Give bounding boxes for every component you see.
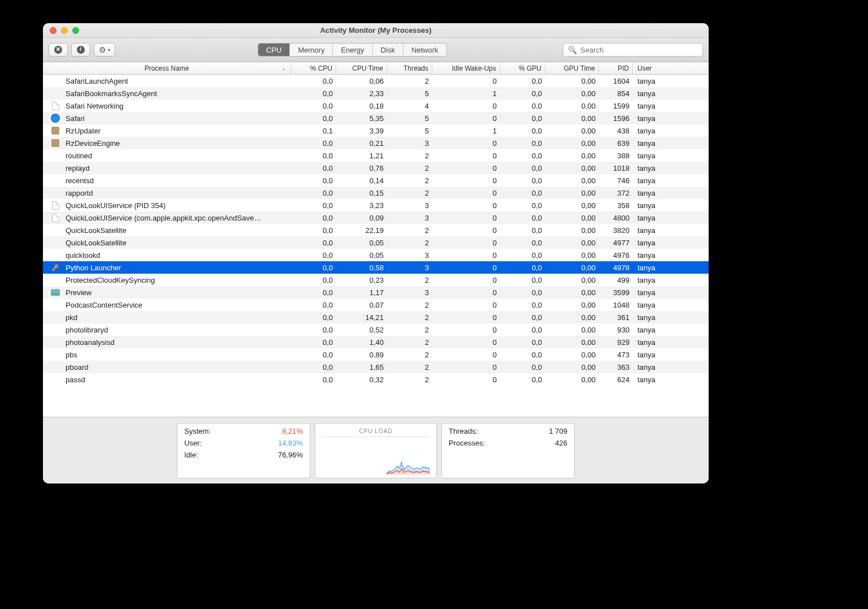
table-row[interactable]: recentsd0,00,14200,00,00746tanya xyxy=(43,174,709,187)
table-row[interactable]: pkd0,014,21200,00,00361tanya xyxy=(43,311,709,323)
table-row[interactable]: pboard0,01,65200,00,00363tanya xyxy=(43,361,709,373)
pct-cpu-cell: 0,0 xyxy=(291,189,336,197)
column-user[interactable]: User xyxy=(633,62,709,74)
table-row[interactable]: photolibraryd0,00,52200,00,00930tanya xyxy=(43,323,709,336)
user-cell: tanya xyxy=(633,201,709,210)
search-field[interactable]: 🔍 xyxy=(563,43,703,57)
column-cpu-time[interactable]: CPU Time xyxy=(336,62,387,74)
table-row[interactable]: SafariLaunchAgent0,00,06200,00,001604tan… xyxy=(43,75,709,87)
document-icon xyxy=(51,101,60,110)
table-row[interactable]: rapportd0,00,15200,00,00372tanya xyxy=(43,187,709,199)
cpu-time-cell: 0,05 xyxy=(336,251,387,260)
gpu-time-cell: 0,00 xyxy=(545,288,599,297)
wake-cell: 0 xyxy=(432,139,500,148)
threads-cell: 3 xyxy=(387,139,432,148)
table-row[interactable]: QuickLookSatellite0,022,19200,00,003820t… xyxy=(43,224,709,236)
table-row[interactable]: Preview0,01,17300,00,003599tanya xyxy=(43,286,709,299)
user-cell: tanya xyxy=(633,251,709,260)
process-table[interactable]: SafariLaunchAgent0,00,06200,00,001604tan… xyxy=(43,75,709,417)
column-gpu-time[interactable]: GPU Time xyxy=(545,62,599,74)
search-icon: 🔍 xyxy=(568,46,577,54)
tab-memory[interactable]: Memory xyxy=(290,44,333,56)
table-row[interactable]: routined0,01,21200,00,00388tanya xyxy=(43,149,709,162)
column-process-name[interactable]: Process Name⌄ xyxy=(43,62,291,74)
gpu-time-cell: 0,00 xyxy=(545,313,599,322)
pct-gpu-cell: 0,0 xyxy=(500,201,545,210)
table-row[interactable]: Safari Networking0,00,18400,00,001599tan… xyxy=(43,100,709,112)
threads-cell: 2 xyxy=(387,226,432,235)
threads-cell: 2 xyxy=(387,164,432,172)
user-cell: tanya xyxy=(633,375,709,384)
table-row[interactable]: RzDeviceEngine0,00,21300,00,00639tanya xyxy=(43,137,709,149)
pct-gpu-cell: 0,0 xyxy=(500,326,545,334)
cpu-time-cell: 0,09 xyxy=(336,214,387,222)
options-button[interactable]: ▾ xyxy=(94,43,115,57)
process-name: RzDeviceEngine xyxy=(66,139,120,148)
pid-cell: 363 xyxy=(599,363,633,372)
stop-process-button[interactable] xyxy=(49,43,68,57)
app-icon xyxy=(51,126,60,135)
tab-cpu[interactable]: CPU xyxy=(258,44,290,56)
table-row[interactable]: Safari0,05,35500,00,001596tanya xyxy=(43,112,709,124)
table-row[interactable]: quicklookd0,00,05300,00,004976tanya xyxy=(43,249,709,261)
user-cell: tanya xyxy=(633,276,709,284)
pid-cell: 361 xyxy=(599,313,633,322)
pct-cpu-cell: 0,0 xyxy=(291,338,336,347)
tab-network[interactable]: Network xyxy=(403,44,446,56)
wake-cell: 0 xyxy=(432,351,500,359)
process-name: ProtectedCloudKeySyncing xyxy=(66,276,155,284)
user-cell: tanya xyxy=(633,214,709,222)
threads-cell: 2 xyxy=(387,77,432,85)
pid-cell: 4800 xyxy=(599,214,633,222)
pct-cpu-cell: 0,0 xyxy=(291,152,336,160)
tab-disk[interactable]: Disk xyxy=(373,44,403,56)
pct-cpu-cell: 0,0 xyxy=(291,139,336,148)
table-row[interactable]: passd0,00,32200,00,00624tanya xyxy=(43,373,709,386)
pct-gpu-cell: 0,0 xyxy=(500,363,545,372)
pid-cell: 1048 xyxy=(599,301,633,309)
threads-cell: 2 xyxy=(387,375,432,384)
pid-cell: 1596 xyxy=(599,114,633,123)
search-input[interactable] xyxy=(580,46,698,54)
pct-gpu-cell: 0,0 xyxy=(500,89,545,98)
user-cell: tanya xyxy=(633,338,709,347)
user-cell: tanya xyxy=(633,189,709,197)
threads-cell: 2 xyxy=(387,239,432,247)
column-idle-wake-ups[interactable]: Idle Wake-Ups xyxy=(432,62,500,74)
pct-cpu-cell: 0,0 xyxy=(291,326,336,334)
column-pct-gpu[interactable]: % GPU xyxy=(500,62,545,74)
threads-value: 1 709 xyxy=(549,427,567,435)
table-row[interactable]: QuickLookUIService (com.apple.appkit.xpc… xyxy=(43,211,709,224)
table-row[interactable]: 🚀Python Launcher0,00,58300,00,004978tany… xyxy=(43,261,709,274)
table-row[interactable]: QuickLookUIService (PID 354)0,03,23300,0… xyxy=(43,199,709,211)
cpu-time-cell: 1,65 xyxy=(336,363,387,372)
table-row[interactable]: PodcastContentService0,00,07200,00,00104… xyxy=(43,299,709,311)
pct-gpu-cell: 0,0 xyxy=(500,189,545,197)
pct-gpu-cell: 0,0 xyxy=(500,251,545,260)
column-pid[interactable]: PID xyxy=(599,62,633,74)
tab-energy[interactable]: Energy xyxy=(333,44,372,56)
gpu-time-cell: 0,00 xyxy=(545,326,599,334)
gpu-time-cell: 0,00 xyxy=(545,164,599,172)
table-row[interactable]: RzUpdater0,13,39510,00,00438tanya xyxy=(43,124,709,137)
pid-cell: 854 xyxy=(599,89,633,98)
pct-gpu-cell: 0,0 xyxy=(500,152,545,160)
table-row[interactable]: replayd0,00,76200,00,001018tanya xyxy=(43,162,709,174)
cpu-time-cell: 0,58 xyxy=(336,264,387,272)
pct-gpu-cell: 0,0 xyxy=(500,226,545,235)
table-row[interactable]: SafariBookmarksSyncAgent0,02,33510,00,00… xyxy=(43,87,709,100)
pct-gpu-cell: 0,0 xyxy=(500,164,545,172)
window-title: Activity Monitor (My Processes) xyxy=(43,26,709,34)
process-name: pkd xyxy=(66,313,77,322)
pct-cpu-cell: 0,0 xyxy=(291,114,336,123)
table-row[interactable]: photoanalysisd0,01,40200,00,00929tanya xyxy=(43,336,709,348)
inspect-process-button[interactable] xyxy=(71,43,90,57)
table-row[interactable]: QuickLookSatellite0,00,05200,00,004977ta… xyxy=(43,236,709,249)
wake-cell: 0 xyxy=(432,114,500,123)
column-threads[interactable]: Threads xyxy=(387,62,432,74)
user-cell: tanya xyxy=(633,114,709,123)
column-pct-cpu[interactable]: % CPU xyxy=(291,62,336,74)
table-row[interactable]: ProtectedCloudKeySyncing0,00,23200,00,00… xyxy=(43,274,709,286)
table-row[interactable]: pbs0,00,89200,00,00473tanya xyxy=(43,348,709,361)
process-name: Preview xyxy=(66,288,92,297)
